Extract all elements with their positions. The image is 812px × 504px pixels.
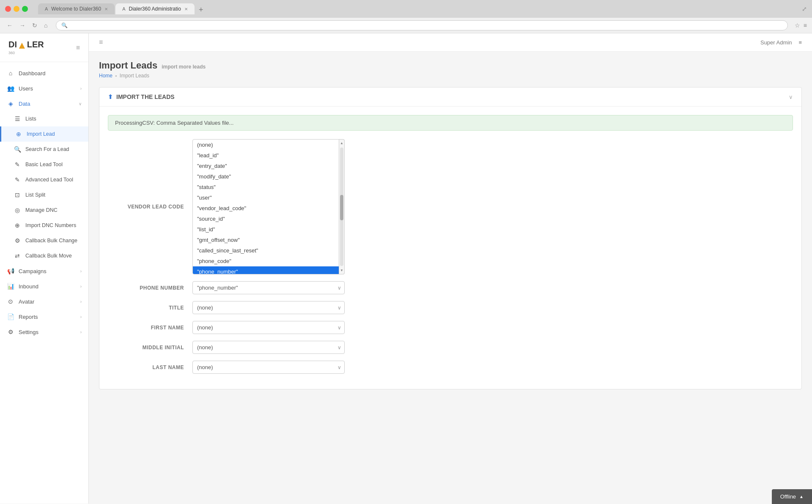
sidebar-item-label: Basic Lead Tool [25,162,63,167]
address-bar[interactable]: 🔍 [56,20,787,30]
listbox-option-list-id[interactable]: "list_id" [193,224,339,235]
listbox-option-user[interactable]: "user" [193,192,339,203]
refresh-button[interactable]: ↻ [30,21,39,30]
sidebar-item-reports[interactable]: 📄 Reports › [0,309,88,324]
title-select[interactable]: (none) "phone_number" "lead_id" "entry_d… [192,301,345,314]
listbox-option-phone-code[interactable]: "phone_code" [193,256,339,266]
last-name-row: LAST NAME (none) "last_name" "phone_numb… [108,361,793,374]
first-name-row: FIRST NAME (none) "first_name" "phone_nu… [108,321,793,334]
scroll-down-arrow[interactable]: ▼ [338,267,345,274]
home-button[interactable]: ⌂ [42,21,49,30]
new-tab-button[interactable]: + [195,5,207,14]
search-lead-icon: 🔍 [14,146,21,153]
card-header-label: IMPORT THE LEADS [116,93,175,100]
sidebar-item-callback-bulk-change[interactable]: ⚙ Callback Bulk Change [0,233,88,248]
sidebar-item-label: Manage DNC [25,207,58,213]
sidebar-item-label: Avatar [19,299,34,305]
listbox-option-modify-date[interactable]: "modify_date" [193,171,339,182]
offline-label: Offline [780,493,796,500]
avatar-chevron-icon: › [80,299,82,304]
tab-admin[interactable]: A Dialer360 Administratio ✕ [115,3,195,14]
page-subtitle: import more leads [162,64,206,70]
listbox-option-vendor-lead-code[interactable]: "vendor_lead_code" [193,203,339,214]
browser-chrome: A Welcome to Dialer360 ✕ A Dialer360 Adm… [0,0,812,33]
manage-dnc-icon: ◎ [14,207,21,214]
sidebar-item-data[interactable]: ◈ Data ∨ [0,96,88,111]
sidebar-item-inbound[interactable]: 📊 Inbound › [0,279,88,294]
content-area: Import Leads import more leads Home ● Im… [89,52,812,406]
sidebar-nav: ⌂ Dashboard 👥 Users › ◈ Data ∨ ☰ Lists [0,62,88,504]
last-name-select[interactable]: (none) "last_name" "phone_number" [192,361,345,374]
tab-icon-active: A [122,6,125,11]
sidebar-item-label: Reports [19,314,38,320]
forward-button[interactable]: → [18,21,27,30]
title-control: (none) "phone_number" "lead_id" "entry_d… [192,301,345,314]
listbox-option-called-since[interactable]: "called_since_last_reset" [193,245,339,256]
tab-close-active-button[interactable]: ✕ [184,7,188,11]
maximize-traffic-light[interactable] [22,6,28,12]
basic-lead-icon: ✎ [14,161,21,168]
back-button[interactable]: ← [5,21,14,30]
listbox-option-gmt-offset[interactable]: "gmt_offset_now" [193,235,339,245]
tab-label-active: Dialer360 Administratio [129,6,181,12]
topbar-hamburger-icon[interactable]: ≡ [99,38,103,46]
page-title: Import Leads import more leads [99,60,802,71]
sidebar-item-label: Search For a Lead [25,146,69,152]
sidebar-item-campaigns[interactable]: 📢 Campaigns › [0,263,88,279]
sidebar-item-callback-bulk-move[interactable]: ⇄ Callback Bulk Move [0,248,88,263]
first-name-control: (none) "first_name" "phone_number" ∨ [192,321,345,334]
sidebar-item-manage-dnc[interactable]: ◎ Manage DNC [0,203,88,218]
sidebar-item-settings[interactable]: ⚙ Settings › [0,324,88,340]
topbar-menu-icon[interactable]: ≡ [798,39,802,46]
sidebar-item-list-split[interactable]: ⊡ List Split [0,187,88,203]
sidebar-item-import-lead[interactable]: ⊕ Import Lead [0,126,88,142]
import-dnc-icon: ⊕ [14,222,21,229]
tab-close-button[interactable]: ✕ [104,7,108,11]
sidebar-item-dashboard[interactable]: ⌂ Dashboard [0,66,88,81]
user-name: Super Admin [760,39,792,46]
sidebar-item-label: Advanced Lead Tool [25,177,73,183]
offline-badge[interactable]: Offline ▲ [772,489,812,504]
listbox-option-entry-date[interactable]: "entry_date" [193,161,339,171]
scroll-thumb[interactable] [340,195,343,220]
close-traffic-light[interactable] [5,6,11,12]
import-leads-card: ⬆ IMPORT THE LEADS ∨ ProcessingCSV: Comm… [99,87,802,389]
sidebar-item-import-dnc[interactable]: ⊕ Import DNC Numbers [0,218,88,233]
card-toggle-icon[interactable]: ∨ [789,94,793,100]
reports-icon: 📄 [7,313,14,320]
reports-chevron-icon: › [80,315,82,319]
import-header-icon: ⬆ [108,93,113,100]
scroll-up-arrow[interactable]: ▲ [338,140,345,147]
card-header: ⬆ IMPORT THE LEADS ∨ [99,88,801,107]
logo: DI▲LER 360 [8,40,44,55]
last-name-control: (none) "last_name" "phone_number" ∨ [192,361,345,374]
first-name-select[interactable]: (none) "first_name" "phone_number" [192,321,345,334]
sidebar-item-search-lead[interactable]: 🔍 Search For a Lead [0,142,88,157]
sidebar-item-lists[interactable]: ☰ Lists [0,111,88,126]
sidebar-item-avatar[interactable]: ⊙ Avatar › [0,294,88,309]
bookmark-icon[interactable]: ☆ [795,22,800,29]
listbox-option-lead-id[interactable]: "lead_id" [193,150,339,161]
app-container: DI▲LER 360 ≡ ⌂ Dashboard 👥 Users › ◈ Dat… [0,33,812,504]
vendor-lead-code-listbox[interactable]: (none) "lead_id" "entry_date" "modify_da… [192,139,345,274]
minimize-traffic-light[interactable] [14,6,19,12]
phone-number-select[interactable]: "phone_number" (none) "lead_id" "entry_d… [192,281,345,294]
sidebar-item-advanced-lead-tool[interactable]: ✎ Advanced Lead Tool [0,172,88,187]
breadcrumb-home-link[interactable]: Home [99,73,112,79]
window-resize-button[interactable]: ⤢ [802,5,807,12]
offline-chevron-icon: ▲ [799,494,804,499]
sidebar-item-users[interactable]: 👥 Users › [0,81,88,96]
sidebar-logo: DI▲LER 360 ≡ [0,33,88,62]
vendor-lead-code-control: (none) "lead_id" "entry_date" "modify_da… [192,139,345,274]
sidebar-hamburger-icon[interactable]: ≡ [76,44,80,52]
listbox-option-phone-number[interactable]: "phone_number" [193,266,339,274]
listbox-option-source-id[interactable]: "source_id" [193,214,339,224]
menu-icon[interactable]: ≡ [804,22,807,29]
callback-move-icon: ⇄ [14,252,21,259]
sidebar-item-basic-lead-tool[interactable]: ✎ Basic Lead Tool [0,157,88,172]
tab-welcome[interactable]: A Welcome to Dialer360 ✕ [38,3,115,14]
sidebar-item-label: Callback Bulk Move [25,253,72,259]
listbox-option-status[interactable]: "status" [193,182,339,192]
listbox-option-none[interactable]: (none) [193,140,339,150]
middle-initial-select[interactable]: (none) "middle_initial" "phone_number" [192,341,345,354]
